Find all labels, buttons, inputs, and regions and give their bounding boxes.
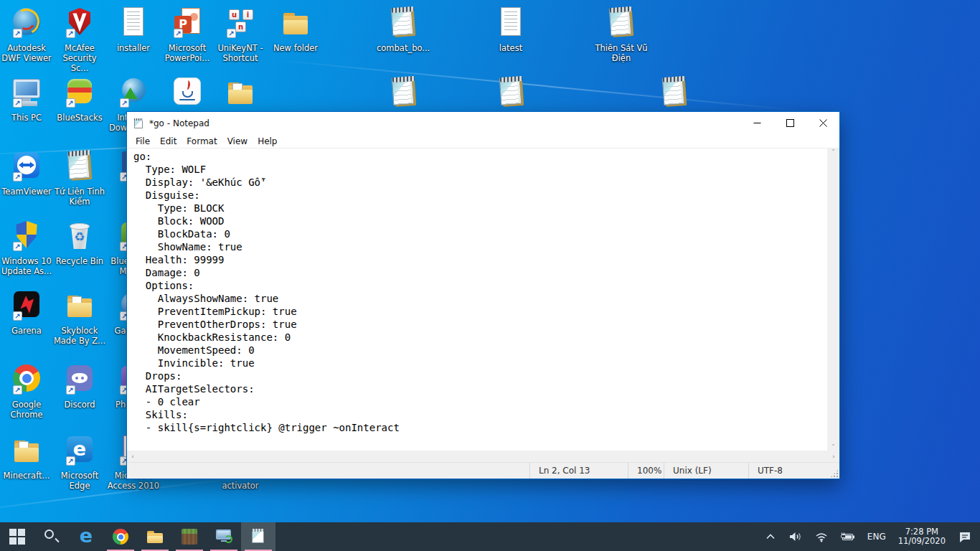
microsoft-powerpoint-icon: P↗ — [170, 4, 204, 39]
this-pc-icon: ↗ — [9, 74, 44, 108]
minecraft-folder-icon — [9, 432, 44, 466]
maximize-button[interactable] — [773, 112, 806, 134]
desktop-icon-this-pc[interactable]: ↗This PC — [0, 74, 53, 123]
desktop-icon-notepad-file-3[interactable] — [648, 74, 701, 113]
desktop-icon-minecraft-folder[interactable]: Minecraft... — [0, 432, 53, 481]
shortcut-arrow-icon: ↗ — [13, 172, 22, 182]
desktop-icon-thien-sat-vu-dien[interactable]: Thiên Sát Vũ Điện — [595, 4, 648, 63]
volume-button[interactable] — [783, 522, 808, 551]
desktop-icon-java[interactable] — [161, 74, 214, 113]
desktop-icon-label: This PC — [0, 113, 53, 123]
java-icon — [170, 74, 204, 108]
desktop-icon-google-chrome[interactable]: ↗Google Chrome — [0, 361, 53, 420]
desktop-icon-autodesk-dwf-viewer[interactable]: ↗Autodesk DWF Viewer — [0, 4, 53, 63]
window-title: *go - Notepad — [149, 118, 209, 128]
taskbar-minecraft-button[interactable] — [172, 522, 207, 551]
menu-help[interactable]: Help — [253, 135, 282, 148]
desktop-icon-notepad-file-2[interactable] — [485, 74, 538, 113]
desktop-icon-label: installer — [107, 43, 160, 53]
start-icon — [9, 528, 26, 545]
resize-grip[interactable] — [830, 469, 839, 478]
desktop-icon-discord[interactable]: ↗Discord — [53, 361, 106, 410]
shortcut-arrow-icon: ↗ — [13, 385, 22, 395]
desktop-icon-latest[interactable]: latest — [484, 4, 537, 53]
garena-icon: ↗ — [9, 287, 44, 321]
close-button[interactable] — [806, 112, 839, 134]
scroll-down-icon[interactable]: ˅ — [830, 443, 837, 451]
menu-view[interactable]: View — [222, 135, 253, 148]
desktop-icon-tu-lien-tinh-kiem[interactable]: Tứ Liên Tinh Kiếm — [53, 148, 106, 207]
scroll-left-icon[interactable]: ‹ — [129, 453, 136, 460]
shortcut-arrow-icon: ↗ — [13, 242, 22, 251]
new-folder-icon — [278, 4, 313, 39]
desktop-icon-garena[interactable]: ↗Garena — [0, 287, 53, 336]
notepad-file-1-icon — [387, 74, 421, 108]
tu-lien-tinh-kiem-icon — [62, 148, 97, 182]
battery-button[interactable] — [835, 522, 861, 551]
desktop-icon-new-folder[interactable]: New folder — [269, 4, 322, 53]
scroll-right-icon[interactable]: › — [830, 453, 837, 460]
desktop-icon-label: New folder — [269, 43, 322, 53]
shortcut-arrow-icon: ↗ — [227, 29, 236, 38]
horizontal-scrollbar[interactable]: ‹ › — [127, 451, 839, 462]
desktop-icon-installer[interactable]: installer — [107, 4, 160, 53]
volume-icon — [788, 530, 803, 543]
shortcut-arrow-icon: ↗ — [174, 29, 183, 38]
taskbar-file-explorer-button[interactable] — [138, 522, 172, 551]
desktop-icon-label: UniKeyNT - Shortcut — [214, 43, 267, 63]
vertical-scrollbar[interactable]: ˄ ˅ — [827, 149, 839, 451]
menu-file[interactable]: File — [131, 135, 155, 148]
remote-pc-icon — [215, 528, 232, 545]
windows10-update-assistant-icon: ↗ — [9, 217, 44, 252]
taskbar-remote-pc-button[interactable] — [207, 522, 241, 551]
desktop-icon-mcafee-security-scan[interactable]: ↗McAfee Security Sc... — [53, 4, 106, 73]
tray-show-hidden-icons[interactable] — [759, 522, 782, 551]
desktop-icon-folder-row2[interactable] — [214, 74, 267, 113]
taskbar-edge-button[interactable]: e — [69, 522, 103, 551]
desktop-icon-combat-bo[interactable]: combat_bo... — [377, 4, 430, 53]
desktop-icon-recycle-bin[interactable]: ♻Recycle Bin — [53, 217, 106, 266]
taskbar-notepad-button[interactable] — [241, 522, 275, 551]
notepad-app-icon — [133, 118, 145, 129]
recycle-bin-icon: ♻ — [62, 217, 97, 252]
clock[interactable]: 7:28 PM 11/09/2020 — [892, 527, 951, 546]
minimize-icon — [753, 119, 761, 127]
desktop-icon-skyblock-made-by-z[interactable]: Skyblock Made By Z... — [53, 287, 106, 346]
combat-bo-icon — [386, 4, 420, 39]
desktop-icon-teamviewer[interactable]: ↗TeamViewer — [0, 148, 53, 197]
maximize-icon — [786, 119, 794, 127]
network-button[interactable] — [809, 522, 834, 551]
action-center-icon — [958, 529, 972, 544]
desktop-icon-label: Discord — [53, 400, 106, 410]
desktop-icon-label: Recycle Bin — [53, 256, 106, 266]
menu-edit[interactable]: Edit — [155, 135, 182, 148]
shortcut-arrow-icon: ↗ — [13, 29, 22, 38]
scroll-up-icon[interactable]: ˄ — [830, 149, 837, 156]
discord-icon: ↗ — [62, 361, 97, 395]
desktop-icon-microsoft-powerpoint[interactable]: P↗Microsoft PowerPoi... — [161, 4, 214, 63]
desktop-icon-bluestacks[interactable]: ↗BlueStacks — [53, 74, 106, 123]
skyblock-made-by-z-icon — [62, 287, 97, 321]
shortcut-arrow-icon: ↗ — [66, 98, 75, 108]
desktop-icon-unikeynt-shortcut[interactable]: uin↗UniKeyNT - Shortcut — [214, 4, 267, 63]
microsoft-edge-icon: e↗ — [62, 432, 97, 466]
notepad-file-3-icon — [657, 74, 692, 108]
titlebar[interactable]: *go - Notepad — [127, 112, 839, 134]
chevron-up-icon — [764, 530, 777, 543]
battery-charging-icon — [840, 530, 856, 543]
taskbar-start-button[interactable] — [0, 522, 34, 551]
taskbar-search-button[interactable] — [34, 522, 69, 551]
text-editor-area[interactable]: go: Type: WOLF Display: '&eKhúc Gỗ' Disg… — [127, 149, 827, 451]
status-encoding: UTF-8 — [748, 463, 830, 479]
desktop-icon-notepad-file-1[interactable] — [377, 74, 430, 113]
desktop-icon-microsoft-edge[interactable]: e↗Microsoft Edge — [53, 432, 106, 491]
action-center-button[interactable] — [953, 522, 977, 551]
menubar: FileEditFormatViewHelp — [127, 134, 839, 149]
tray-date: 11/09/2020 — [898, 537, 946, 546]
menu-format[interactable]: Format — [182, 135, 222, 148]
taskbar-chrome-button[interactable] — [103, 522, 138, 551]
minimize-button[interactable] — [740, 112, 773, 134]
desktop-icon-windows10-update-assistant[interactable]: ↗Windows 10 Update As... — [0, 217, 53, 276]
desktop-icon-label: Skyblock Made By Z... — [53, 326, 106, 346]
language-indicator[interactable]: ENG — [862, 522, 891, 551]
